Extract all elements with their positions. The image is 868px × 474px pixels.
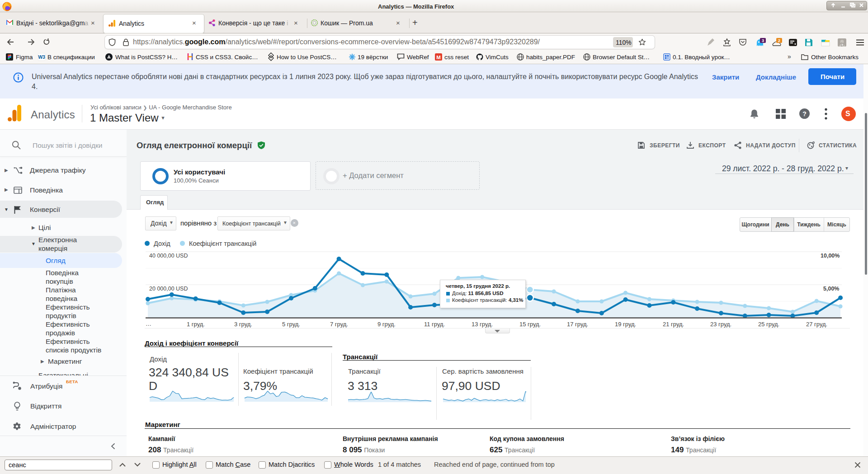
svg-text:2: 2 <box>778 38 780 43</box>
svg-text:3: 3 <box>762 38 764 43</box>
svg-text:W3: W3 <box>38 54 45 60</box>
svg-text:M: M <box>436 55 441 60</box>
svg-text:?: ? <box>802 110 807 117</box>
